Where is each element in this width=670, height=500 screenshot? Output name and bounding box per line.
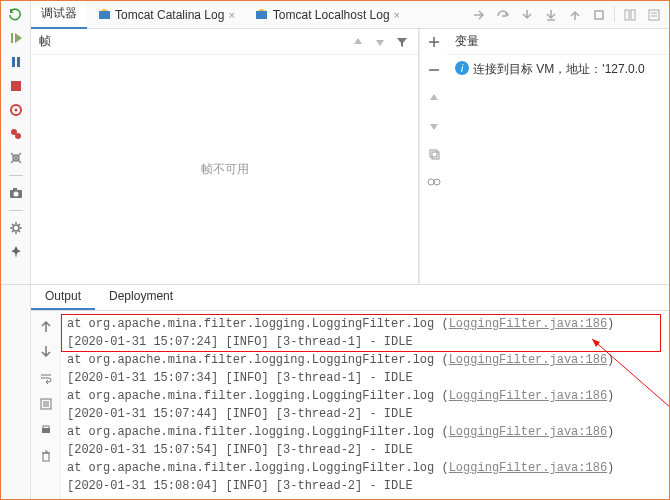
svg-rect-17 [631,10,635,20]
frames-title: 帧 [39,33,344,50]
settings-icon[interactable] [7,219,25,237]
source-link[interactable]: LoggingFilter.java:186 [449,389,607,403]
close-icon[interactable]: × [394,9,400,21]
svg-point-5 [14,109,17,112]
vars-title: 变量 [447,29,669,55]
svg-rect-13 [99,11,110,19]
tab-catalina[interactable]: Tomcat Catalina Log × [87,1,245,29]
arrow-up-icon[interactable] [350,34,366,50]
console-line: [2020-01-31 15:07:34] [INFO] [3-thread-1… [67,369,663,387]
source-link[interactable]: LoggingFilter.java:186 [449,317,607,331]
tab-debugger[interactable]: 调试器 [31,1,87,29]
tomcat-icon [97,8,111,22]
tab-label: Tomcat Localhost Log [273,8,390,22]
svg-rect-15 [595,11,603,19]
output-area: Output Deployment at org.apache.mina.fil… [1,285,669,499]
svg-rect-1 [12,57,15,67]
console-toolbar [31,311,61,499]
force-step-into-icon[interactable] [542,6,560,24]
stop-icon[interactable] [7,77,25,95]
resume-icon[interactable] [7,29,25,47]
svg-point-12 [13,225,19,231]
redeploy-icon[interactable] [7,101,25,119]
console-line: at org.apache.mina.filter.logging.Loggin… [67,315,663,333]
tab-deployment[interactable]: Deployment [95,285,187,310]
main-column: 调试器 Tomcat Catalina Log × Tomcat Localho… [31,1,669,284]
svg-rect-16 [625,10,629,20]
frames-empty-text: 帧不可用 [31,55,418,284]
debug-top-area: 调试器 Tomcat Catalina Log × Tomcat Localho… [1,1,669,285]
print-icon[interactable] [37,421,55,439]
debug-tabs: 调试器 Tomcat Catalina Log × Tomcat Localho… [31,1,669,29]
up-icon[interactable] [425,89,443,107]
console-line: at org.apache.mina.filter.logging.Loggin… [67,423,663,441]
drop-frame-icon[interactable] [590,6,608,24]
console-line: [2020-01-31 15:08:04] [INFO] [3-thread-2… [67,477,663,495]
vars-panel: 变量 i 连接到目标 VM，地址：'127.0.0 [447,29,669,284]
down-icon[interactable] [425,117,443,135]
svg-rect-3 [11,81,21,91]
svg-rect-26 [43,453,49,461]
remove-icon[interactable] [425,61,443,79]
output-tabs: Output Deployment [31,285,669,311]
svg-rect-19 [430,150,437,157]
glasses-icon[interactable] [425,173,443,191]
tab-label: 调试器 [41,5,77,22]
svg-rect-11 [13,188,17,191]
filter-icon[interactable] [394,34,410,50]
source-link[interactable]: LoggingFilter.java:186 [449,461,607,475]
vars-toolbar [419,29,447,284]
frames-panel: 帧 帧不可用 [31,29,419,284]
console-line: at org.apache.mina.filter.logging.Loggin… [67,351,663,369]
svg-rect-2 [17,57,20,67]
rerun-icon[interactable] [7,5,25,23]
pin-icon[interactable] [7,243,25,261]
svg-rect-14 [256,11,267,19]
camera-icon[interactable] [7,184,25,202]
pause-icon[interactable] [7,53,25,71]
up-nav-icon[interactable] [37,317,55,335]
mute-icon[interactable] [7,149,25,167]
tomcat-icon [255,8,269,22]
console-line: [2020-01-31 15:07:44] [INFO] [3-thread-2… [67,405,663,423]
console-line: [2020-01-31 15:07:24] [INFO] [3-thread-1… [67,333,663,351]
svg-point-10 [13,192,18,197]
soft-wrap-icon[interactable] [37,369,55,387]
copy-icon[interactable] [425,145,443,163]
console-line: [2020-01-31 15:07:54] [INFO] [3-thread-2… [67,441,663,459]
run-to-cursor-icon[interactable] [621,6,639,24]
left-toolbar [1,1,31,284]
step-out-icon[interactable] [566,6,584,24]
step-controls [470,6,669,24]
clear-icon[interactable] [37,447,55,465]
step-into-icon[interactable] [518,6,536,24]
evaluate-icon[interactable] [645,6,663,24]
svg-point-21 [428,179,434,185]
console-line: at org.apache.mina.filter.logging.Loggin… [67,387,663,405]
svg-rect-18 [649,10,659,20]
tab-output[interactable]: Output [31,285,95,310]
arrow-down-icon[interactable] [372,34,388,50]
console-output[interactable]: at org.apache.mina.filter.logging.Loggin… [61,311,669,499]
svg-rect-25 [43,426,49,429]
svg-rect-20 [432,152,439,159]
svg-point-22 [434,179,440,185]
show-exec-icon[interactable] [470,6,488,24]
breakpoints-icon[interactable] [7,125,25,143]
svg-point-7 [15,133,21,139]
left-toolbar-spacer [1,285,31,499]
console-line: at org.apache.mina.filter.logging.Loggin… [67,459,663,477]
down-nav-icon[interactable] [37,343,55,361]
step-over-icon[interactable] [494,6,512,24]
add-icon[interactable] [425,33,443,51]
svg-rect-0 [11,33,13,43]
source-link[interactable]: LoggingFilter.java:186 [449,353,607,367]
info-icon: i [455,61,469,75]
tab-label: Tomcat Catalina Log [115,8,224,22]
tab-localhost[interactable]: Tomcat Localhost Log × [245,1,410,29]
scroll-end-icon[interactable] [37,395,55,413]
source-link[interactable]: LoggingFilter.java:186 [449,425,607,439]
close-icon[interactable]: × [228,9,234,21]
vars-message: 连接到目标 VM，地址：'127.0.0 [473,61,645,78]
